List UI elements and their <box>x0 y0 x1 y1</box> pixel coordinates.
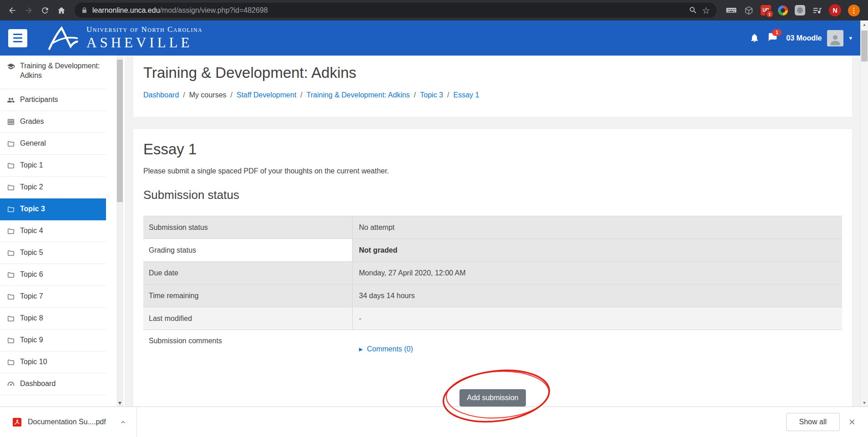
browser-menu-icon[interactable]: ⋮ <box>848 5 860 16</box>
scrollbar-thumb[interactable] <box>861 30 868 61</box>
add-submission-button[interactable]: Add submission <box>459 389 526 407</box>
row-label: Last modified <box>143 307 353 330</box>
browser-home-button[interactable] <box>54 3 69 18</box>
zoom-icon[interactable] <box>689 6 697 15</box>
campus-name: ASHEVILLE <box>86 35 202 51</box>
row-value: 34 days 14 hours <box>353 285 842 307</box>
show-all-button[interactable]: Show all <box>786 413 840 431</box>
breadcrumb-link-essay-1[interactable]: Essay 1 <box>453 91 479 99</box>
sidebar-item-topic-6[interactable]: Topic 6 <box>0 264 106 286</box>
close-download-bar-icon[interactable] <box>848 418 856 426</box>
download-filename[interactable]: Documentation Su....pdf <box>28 418 106 426</box>
breadcrumb-separator: / <box>447 91 449 99</box>
table-row: Grading status Not graded <box>143 239 842 262</box>
submission-status-table: Submission status No attempt Grading sta… <box>143 216 842 363</box>
sidebar-item-topic-8[interactable]: Topic 8 <box>0 308 106 330</box>
sidebar-item-label: Topic 3 <box>20 204 45 214</box>
person-icon <box>828 33 842 46</box>
download-item[interactable]: Documentation Su....pdf <box>0 407 136 437</box>
url-text: learnonline.unca.edu/mod/assign/view.php… <box>92 6 684 15</box>
breadcrumb-link-course[interactable]: Training & Development: Adkins <box>307 91 410 99</box>
breadcrumb-my-courses: My courses <box>189 91 227 99</box>
menu-toggle-button[interactable] <box>8 29 27 47</box>
caret-right-icon: ▶ <box>359 346 363 352</box>
sidebar-item-course[interactable]: Training & Development: Adkins <box>0 56 106 89</box>
sidebar-item-topic-1[interactable]: Topic 1 <box>0 155 106 177</box>
sidebar-item-label: Topic 6 <box>20 270 43 279</box>
graduation-cap-icon <box>7 62 15 71</box>
forward-arrow-icon <box>24 6 33 15</box>
sidebar-item-topic-7[interactable]: Topic 7 <box>0 286 106 308</box>
assignment-title: Essay 1 <box>143 141 842 158</box>
media-list-icon[interactable] <box>812 5 822 15</box>
breadcrumb-separator: / <box>414 91 416 99</box>
extension-icon[interactable] <box>795 5 805 15</box>
sidebar-item-label: Topic 4 <box>20 226 43 236</box>
back-arrow-icon <box>8 6 17 15</box>
breadcrumb: Dashboard / My courses / Staff Developme… <box>143 91 852 99</box>
breadcrumb-link-dashboard[interactable]: Dashboard <box>143 91 179 99</box>
address-bar[interactable]: learnonline.unca.edu/mod/assign/view.php… <box>75 3 717 18</box>
browser-profile-avatar[interactable]: N <box>829 4 841 16</box>
users-icon <box>7 96 15 104</box>
table-row: Submission comments ▶ Comments (0) <box>143 330 842 363</box>
browser-forward-button[interactable] <box>21 3 36 18</box>
sidebar-scroll-down-icon[interactable]: ▼ <box>116 400 123 406</box>
sidebar-item-topic-9[interactable]: Topic 9 <box>0 330 106 351</box>
sidebar-item-participants[interactable]: Participants <box>0 89 106 111</box>
table-row: Last modified - <box>143 307 842 330</box>
row-label: Submission comments <box>143 330 353 363</box>
sidebar-item-topic-4[interactable]: Topic 4 <box>0 220 106 242</box>
sidebar-item-general[interactable]: General <box>0 133 106 155</box>
row-value: - <box>353 307 842 330</box>
unca-logo[interactable]: University of North Carolina ASHEVILLE <box>46 25 202 51</box>
colorwheel-extension-icon[interactable] <box>778 5 788 15</box>
sidebar-item-grades[interactable]: Grades <box>0 111 106 133</box>
submission-status-heading: Submission status <box>143 188 842 202</box>
sidebar-item-topic-3[interactable]: Topic 3 <box>0 198 106 220</box>
sidebar-item-label: General <box>20 139 46 148</box>
sidebar-item-topic-10[interactable]: Topic 10 <box>0 351 106 373</box>
user-menu[interactable]: 03 Moodle ▾ <box>786 30 852 46</box>
chevron-up-icon[interactable] <box>120 419 126 426</box>
bookmark-star-icon[interactable]: ☆ <box>702 6 710 15</box>
dashboard-icon <box>7 380 15 388</box>
sidebar-item-label: Topic 8 <box>20 314 43 323</box>
messages-button[interactable]: 1 <box>768 32 777 44</box>
comments-toggle[interactable]: ▶ Comments (0) <box>359 345 413 353</box>
nav-drawer: Training & Development: Adkins Participa… <box>0 56 125 407</box>
browser-back-button[interactable] <box>5 3 20 18</box>
ud-extension-icon[interactable]: UD 1 <box>761 5 771 15</box>
add-submission-area: Add submission <box>143 389 842 407</box>
row-label: Due date <box>143 262 353 284</box>
breadcrumb-link-topic-3[interactable]: Topic 3 <box>420 91 443 99</box>
folder-icon <box>7 315 15 323</box>
sidebar-item-topic-5[interactable]: Topic 5 <box>0 242 106 264</box>
chevron-down-icon: ▾ <box>849 35 852 41</box>
breadcrumb-separator: / <box>231 91 232 99</box>
sidebar-scrollbar-thumb[interactable] <box>117 60 123 202</box>
divider <box>136 407 137 437</box>
scrollbar-down-icon[interactable]: ▼ <box>861 401 868 405</box>
folder-icon <box>7 249 15 257</box>
comments-link[interactable]: Comments (0) <box>367 345 413 353</box>
keyboard-extension-icon[interactable] <box>726 5 737 16</box>
page-scrollbar[interactable]: ▲ ▼ <box>860 20 868 407</box>
moodle-header: University of North Carolina ASHEVILLE 1… <box>0 20 860 56</box>
notifications-bell-icon[interactable] <box>750 33 759 43</box>
sidebar-item-label: Topic 1 <box>20 161 43 170</box>
breadcrumb-link-staff-development[interactable]: Staff Development <box>237 91 296 99</box>
cube-extension-icon[interactable] <box>744 5 754 15</box>
extensions-area: UD 1 N ⋮ <box>722 4 863 16</box>
sidebar-item-dashboard[interactable]: Dashboard <box>0 373 106 395</box>
browser-reload-button[interactable] <box>37 3 53 18</box>
user-name: 03 Moodle <box>786 34 822 42</box>
extension-badge: 1 <box>765 10 774 18</box>
sidebar-item-topic-2[interactable]: Topic 2 <box>0 177 106 198</box>
unca-logo-mark-icon <box>46 26 80 51</box>
sidebar-scrollbar[interactable]: ▼ <box>116 56 123 407</box>
row-label: Submission status <box>143 216 353 239</box>
scrollbar-up-icon[interactable]: ▲ <box>861 22 868 27</box>
folder-icon <box>7 205 15 213</box>
main-region: Training & Development: Adkins Dashboard… <box>125 56 860 407</box>
